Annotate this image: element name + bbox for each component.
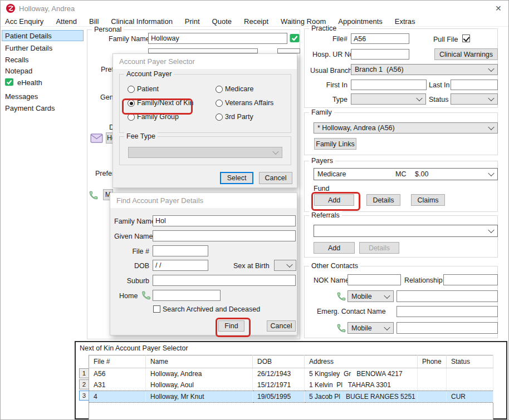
find-family-name-input[interactable] <box>153 215 296 226</box>
select-button[interactable]: Select <box>220 172 253 184</box>
row-number-button-3[interactable]: 3 <box>79 391 89 401</box>
menu-clinical-information[interactable]: Clinical Information <box>111 17 173 26</box>
close-icon[interactable]: ✕ <box>495 4 502 13</box>
row-number-button-2[interactable]: 2 <box>79 379 89 389</box>
emerg-contact-input[interactable] <box>397 306 498 317</box>
sidebar-item-ehealth[interactable]: eHealth <box>17 78 42 87</box>
nok-phone-input[interactable] <box>397 290 498 302</box>
col-header-status[interactable]: Status <box>447 355 493 368</box>
pull-file-label: Pull File <box>433 36 458 43</box>
emerg-phone-type-dropdown[interactable]: Mobile <box>348 322 394 334</box>
table-row[interactable]: A31 Holloway, Aoul 15/12/1971 1 Kelvin P… <box>89 379 493 391</box>
chevron-down-icon <box>488 66 494 72</box>
chevron-down-icon <box>384 324 390 330</box>
relationship-input[interactable] <box>443 274 498 285</box>
find-button[interactable]: Find <box>218 320 244 332</box>
referrals-details-button[interactable]: Details <box>359 242 399 254</box>
menu-appointments[interactable]: Appointments <box>338 17 383 26</box>
cell-address: 5 Jacob Pl BUGLE RANGES 5251 <box>305 391 418 403</box>
sidebar-item-recalls[interactable]: Recalls <box>5 56 29 64</box>
cell-name: Holloway, Mr Knut <box>146 391 253 403</box>
sidebar-item-further-details[interactable]: Further Details <box>5 44 52 52</box>
other-contacts-group-label: Other Contacts <box>309 262 360 270</box>
small-field-partial[interactable] <box>277 48 300 53</box>
fee-type-group-label: Fee Type <box>124 132 158 140</box>
menu-acc-enquiry[interactable]: Acc Enquiry <box>5 17 43 26</box>
referrals-add-button[interactable]: Add <box>314 242 355 254</box>
payers-details-button[interactable]: Details <box>366 194 400 206</box>
sidebar-item-notepad[interactable]: Notepad <box>5 67 32 75</box>
radio-family-group[interactable] <box>128 113 135 121</box>
cell-dob: 26/12/1943 <box>253 368 305 380</box>
radio-medicare[interactable] <box>216 86 223 93</box>
hosp-ur-input[interactable] <box>351 49 409 60</box>
given-name-input-partial[interactable] <box>148 48 258 53</box>
payers-claims-button[interactable]: Claims <box>411 194 445 206</box>
col-header-file[interactable]: File # <box>89 355 146 368</box>
family-member-dropdown[interactable]: * Holloway, Andrea (A56) <box>314 122 498 134</box>
radio-family-next-of-kin[interactable] <box>128 100 135 107</box>
last-in-input[interactable] <box>451 80 498 90</box>
search-archived-label: Search Archived and Deceased <box>163 305 260 313</box>
radio-veterans-affairs[interactable] <box>216 100 223 107</box>
account-payer-cancel-button[interactable]: Cancel <box>259 172 292 184</box>
nok-table-header: File # Name DOB Address Phone Status <box>89 355 493 368</box>
find-cancel-button[interactable]: Cancel <box>267 320 296 332</box>
col-header-name[interactable]: Name <box>146 355 253 368</box>
referrals-dropdown[interactable] <box>314 225 498 237</box>
menu-print[interactable]: Print <box>185 17 200 26</box>
nok-phone-type-dropdown[interactable]: Mobile <box>348 290 394 302</box>
radio-family-group-label: Family Group <box>137 113 179 121</box>
file-number-input[interactable] <box>351 33 409 44</box>
find-suburb-input[interactable] <box>153 275 296 286</box>
cell-status: CUR <box>447 391 493 403</box>
col-header-address[interactable]: Address <box>305 355 418 368</box>
pull-file-checkbox[interactable] <box>462 34 470 42</box>
emerg-phone-input[interactable] <box>397 322 498 334</box>
sex-at-birth-label: Sex at Birth <box>233 262 270 270</box>
find-home-phone-input[interactable] <box>153 290 221 301</box>
fee-type-dropdown <box>128 147 282 158</box>
cell-phone <box>418 368 447 380</box>
menu-extras[interactable]: Extras <box>395 17 415 26</box>
sidebar-item-messages[interactable]: Messages <box>5 92 38 101</box>
nok-name-input[interactable] <box>348 274 401 285</box>
sidebar-item-payment-cards[interactable]: Payment Cards <box>5 104 55 112</box>
radio-3rd-party[interactable] <box>216 113 223 121</box>
radio-veterans-affairs-label: Veterans Affairs <box>225 99 273 107</box>
find-family-name-label: Family Name <box>114 218 149 225</box>
menu-bill[interactable]: Bill <box>89 17 99 26</box>
radio-family-next-of-kin-label: Family/Next of Kin <box>137 99 193 107</box>
menu-quote[interactable]: Quote <box>212 17 232 26</box>
find-file-input[interactable] <box>153 245 208 256</box>
emerg-contact-label: Emerg. Contact Name <box>317 308 386 315</box>
chevron-down-icon <box>286 261 292 268</box>
family-links-button[interactable]: Family Links <box>314 138 356 150</box>
find-dob-input[interactable] <box>153 260 208 271</box>
payer-name: Medicare <box>317 170 346 178</box>
payers-add-button[interactable]: Add <box>314 194 354 206</box>
col-header-dob[interactable]: DOB <box>253 355 305 368</box>
preferred-label-partial: Pref <box>101 66 114 73</box>
family-name-input[interactable] <box>148 33 287 44</box>
sidebar-item-patient-details[interactable]: Patient Details <box>5 32 52 40</box>
type-dropdown[interactable] <box>351 93 426 105</box>
radio-patient[interactable] <box>128 86 135 93</box>
table-row[interactable]: A56 Holloway, Andrea 26/12/1943 5 Kingsl… <box>89 368 493 380</box>
status-dropdown[interactable] <box>451 93 498 105</box>
find-dialog-title: Find Account Payer Details <box>110 193 297 208</box>
menu-receipt[interactable]: Receipt <box>244 17 268 26</box>
sex-at-birth-dropdown[interactable] <box>274 260 296 271</box>
find-dob-label: DOB <box>114 262 149 270</box>
menu-attend[interactable]: Attend <box>56 17 77 26</box>
menu-bar: Acc Enquiry Attend Bill Clinical Informa… <box>1 16 508 27</box>
table-row-selected[interactable]: 4 Holloway, Mr Knut 19/05/1995 5 Jacob P… <box>89 391 493 403</box>
usual-branch-dropdown[interactable]: Branch 1 (A56) <box>351 64 498 75</box>
payer-dropdown[interactable]: Medicare MC $.00 <box>314 168 498 180</box>
find-given-name-input[interactable] <box>153 230 296 241</box>
row-number-button-1[interactable]: 1 <box>79 368 89 378</box>
col-header-phone[interactable]: Phone <box>418 355 447 368</box>
clinical-warnings-button[interactable]: Clinical Warnings <box>434 48 498 60</box>
first-in-input[interactable] <box>351 80 427 90</box>
search-archived-checkbox[interactable] <box>153 305 160 313</box>
